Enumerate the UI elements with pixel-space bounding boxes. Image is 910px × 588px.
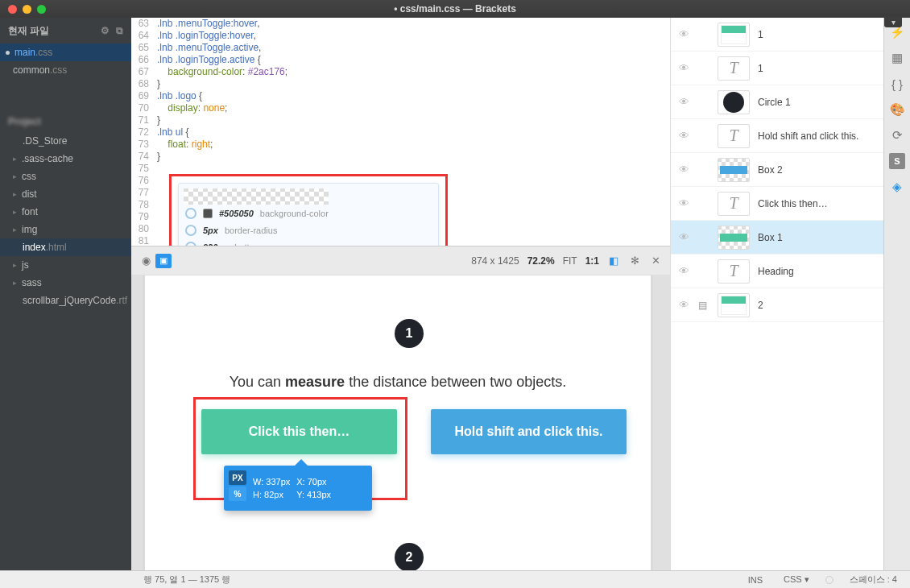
- visibility-icon[interactable]: 👁: [679, 299, 690, 311]
- code-line[interactable]: 63.lnb .menuToggle:hover,: [131, 18, 670, 30]
- visibility-icon[interactable]: 👁: [679, 28, 690, 40]
- zoom-icon[interactable]: [37, 5, 46, 14]
- unit-px-button[interactable]: PX: [229, 470, 246, 485]
- visibility-icon[interactable]: 👁: [679, 62, 690, 74]
- code-line[interactable]: 65.lnb .menuToggle.active,: [131, 42, 670, 54]
- visibility-icon[interactable]: 👁: [679, 231, 690, 243]
- indent-setting[interactable]: 스페이스 : 4: [845, 574, 902, 586]
- toggle-panel-icon[interactable]: ◧: [607, 255, 620, 267]
- visibility-icon[interactable]: 👁: [679, 164, 690, 176]
- layer-row[interactable]: 👁TClick this then…: [671, 187, 883, 221]
- code-line[interactable]: 64.lnb .loginToggle:hover,: [131, 30, 670, 42]
- tree-item-scrollbar_jQueryCode[interactable]: scrollbar_jQueryCode.rtf: [0, 292, 131, 309]
- working-files-label: 현재 파일: [8, 24, 49, 38]
- layer-thumb: [718, 23, 750, 47]
- right-panel: 👁1👁T1👁Circle 1👁THold shift and click thi…: [670, 18, 910, 570]
- tree-item-font[interactable]: font: [0, 203, 131, 221]
- close-panel-icon[interactable]: ✕: [649, 255, 662, 267]
- layer-row[interactable]: 👁THold shift and click this.: [671, 119, 883, 153]
- measure-h: H: 82px: [253, 490, 290, 499]
- layer-row[interactable]: 👁Box 2: [671, 153, 883, 187]
- traffic-lights[interactable]: [0, 5, 46, 14]
- layer-label: Box 2: [758, 164, 783, 176]
- working-file-common[interactable]: common.css: [0, 61, 131, 79]
- layer-label: Click this then…: [758, 198, 828, 209]
- cc-icon[interactable]: ◉: [139, 255, 152, 267]
- measure-tooltip: PX % W: 337px H: 82px X: 70px Y: 413px: [224, 466, 372, 511]
- box-2[interactable]: Hold shift and click this.: [431, 409, 627, 454]
- editor-column: 63.lnb .menuToggle:hover,64.lnb .loginTo…: [131, 18, 670, 570]
- hint-row[interactable]: #505050background-color: [179, 205, 438, 222]
- extract-icon[interactable]: S: [889, 153, 905, 169]
- tree-item-.sass-cache[interactable]: .sass-cache: [0, 150, 131, 168]
- code-line[interactable]: 71}: [131, 114, 670, 126]
- braces-icon[interactable]: { }: [889, 76, 905, 92]
- zoom-fit[interactable]: FIT: [563, 255, 577, 267]
- artboard[interactable]: 1 You can measure the distance between t…: [144, 275, 651, 570]
- layer-row[interactable]: 👁Box 1: [671, 221, 883, 255]
- close-icon[interactable]: [8, 5, 17, 14]
- layer-label: Heading: [758, 266, 794, 277]
- tree-item-js[interactable]: js: [0, 256, 131, 274]
- refresh-icon[interactable]: ⟳: [889, 127, 905, 143]
- project-name[interactable]: Project: [0, 111, 131, 132]
- titlebar-dropdown[interactable]: ▾: [884, 16, 902, 27]
- tree-item-dist[interactable]: dist: [0, 185, 131, 203]
- code-line[interactable]: 68}: [131, 78, 670, 90]
- gear-icon[interactable]: ⚙: [101, 25, 110, 36]
- measure-y: Y: 413px: [296, 490, 331, 499]
- visibility-icon[interactable]: 👁: [679, 130, 690, 142]
- layer-row[interactable]: 👁THeading: [671, 255, 883, 288]
- code-line[interactable]: 72.lnb ul {: [131, 126, 670, 139]
- tree-item-index[interactable]: index.html: [0, 238, 131, 256]
- extension-iconbar: ⚡ ▦ { } 🎨 ⟳ S ◈: [883, 18, 910, 570]
- hint-preview-checker: [184, 188, 329, 205]
- code-line[interactable]: 73 float: right;: [131, 139, 670, 151]
- layer-row[interactable]: 👁T1: [671, 52, 883, 85]
- hint-target-icon: [185, 225, 196, 236]
- tree-item-css[interactable]: css: [0, 168, 131, 185]
- hint-row[interactable]: 5pxborder-radius: [179, 222, 438, 238]
- palette-icon[interactable]: 🎨: [889, 101, 905, 118]
- language-mode[interactable]: CSS ▾: [779, 574, 814, 585]
- visibility-icon[interactable]: 👁: [679, 96, 690, 108]
- visibility-icon[interactable]: 👁: [679, 197, 690, 209]
- canvas-dimensions: 874 x 1425: [471, 255, 519, 267]
- cursor-tool-icon[interactable]: ▣: [155, 254, 172, 268]
- zoom-1-1[interactable]: 1:1: [585, 255, 599, 267]
- code-line[interactable]: 70 display: none;: [131, 102, 670, 114]
- layer-row[interactable]: 👁▤2: [671, 288, 883, 322]
- cursor-position[interactable]: 행 75, 열 1 — 1375 행: [8, 574, 230, 586]
- hint-row[interactable]: 930pxbottom: [179, 238, 438, 246]
- step-1-circle[interactable]: 1: [395, 319, 424, 348]
- layer-thumb: T: [718, 56, 750, 81]
- code-line[interactable]: 69.lnb .logo {: [131, 90, 670, 102]
- heading-text[interactable]: You can measure the distance between two…: [145, 374, 651, 391]
- tree-item-sass[interactable]: sass: [0, 274, 131, 292]
- status-indicator-icon[interactable]: [825, 576, 833, 584]
- code-line[interactable]: 74}: [131, 151, 670, 163]
- working-file-main[interactable]: main.css: [0, 43, 131, 61]
- insert-mode[interactable]: INS: [743, 575, 767, 585]
- hint-target-icon: [185, 242, 196, 246]
- step-2-circle[interactable]: 2: [395, 543, 424, 570]
- visibility-icon[interactable]: 👁: [679, 265, 690, 277]
- split-view-icon[interactable]: ⧉: [116, 25, 123, 36]
- settings-icon[interactable]: ✻: [628, 255, 641, 267]
- code-line[interactable]: 66.lnb .loginToggle.active {: [131, 54, 670, 66]
- code-editor[interactable]: 63.lnb .menuToggle:hover,64.lnb .loginTo…: [131, 18, 670, 246]
- extension-manager-icon[interactable]: ▦: [889, 50, 905, 66]
- tree-item-img[interactable]: img: [0, 221, 131, 238]
- unit-pct-button[interactable]: %: [229, 487, 246, 501]
- measure-w: W: 337px: [253, 477, 290, 487]
- layer-row[interactable]: 👁1: [671, 18, 883, 52]
- code-line[interactable]: 67 background-color: #2ac176;: [131, 66, 670, 78]
- layer-label: Box 1: [758, 232, 783, 243]
- zoom-level[interactable]: 72.2%: [527, 255, 555, 267]
- layer-row[interactable]: 👁Circle 1: [671, 85, 883, 119]
- layers-icon[interactable]: ◈: [889, 179, 905, 195]
- preview-canvas[interactable]: 1 You can measure the distance between t…: [131, 275, 670, 570]
- tree-item-.DS_Store[interactable]: .DS_Store: [0, 132, 131, 150]
- layer-thumb: T: [718, 124, 750, 148]
- minimize-icon[interactable]: [23, 5, 31, 14]
